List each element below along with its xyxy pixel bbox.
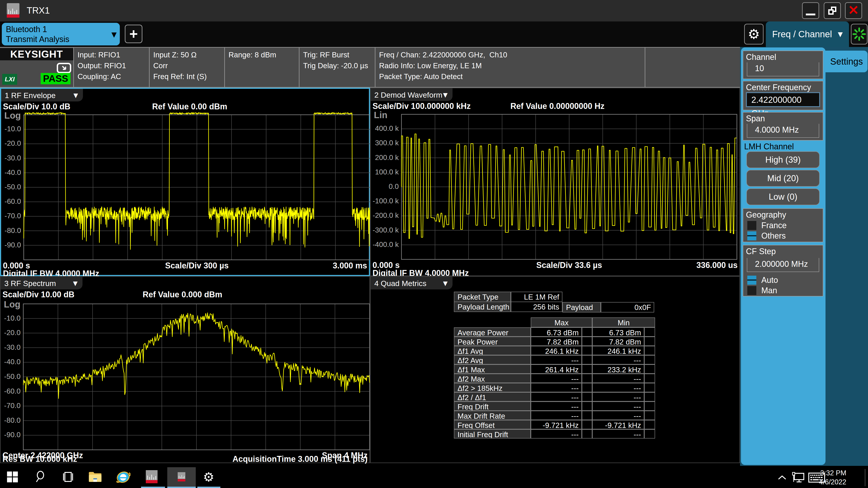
metric-min-value: --- — [592, 355, 644, 364]
y-axis-tick-label: -60.0 — [1, 197, 21, 205]
y-axis-tick-label: -40.0 — [1, 168, 21, 177]
metric-max-value: -9.721 kHz — [531, 420, 582, 429]
geography-option-france[interactable]: France — [747, 221, 786, 230]
center-frequency-value[interactable]: 2.422000000 GHz — [746, 92, 820, 107]
restore-icon — [828, 6, 836, 15]
metric-status-cell — [582, 429, 592, 438]
window-2-selector[interactable]: 2 Demod Waveform ▼ — [371, 88, 453, 101]
y-axis-tick-label: -400.0 k — [371, 240, 399, 249]
channel-field[interactable]: Channel 10 — [743, 51, 823, 79]
y-axis-tick-label: -90.0 — [1, 431, 21, 439]
mode-tab-bluetooth[interactable]: Bluetooth 1 Transmit Analysis ▼ — [2, 23, 120, 45]
window-1-title: 1 RF Envelope — [5, 91, 56, 100]
y-axis-mode-label: Log — [4, 110, 21, 121]
metric-status-cell — [582, 420, 592, 429]
menu-tab-freq-channel[interactable]: Freq / Channel ▼ — [766, 22, 849, 47]
metric-status-cell — [644, 392, 655, 401]
x-scale-label: Scale/Div 300 µs — [165, 261, 229, 270]
settings-app-button[interactable]: ⚙ — [196, 467, 221, 487]
span-value[interactable]: 4.0000 MHz — [747, 124, 819, 138]
window-1-selector[interactable]: 1 RF Envelope ▼ — [1, 89, 83, 101]
chevron-down-icon: ▼ — [73, 280, 78, 287]
chevron-up-icon — [777, 474, 787, 481]
column-header-max: Max — [531, 318, 592, 327]
restore-button[interactable] — [824, 2, 841, 19]
window-3-selector[interactable]: 3 RF Spectrum ▼ — [1, 277, 83, 289]
y-axis-tick-label: -50.0 — [1, 183, 21, 191]
file-explorer-button[interactable] — [83, 467, 107, 487]
lmh-mid-button[interactable]: Mid (20) — [746, 170, 819, 187]
metric-status-cell — [582, 392, 592, 401]
metric-status-cell — [644, 337, 655, 346]
minimize-icon — [806, 13, 815, 15]
column-header-min: Min — [592, 318, 655, 327]
show-desktop-button[interactable] — [865, 469, 865, 486]
metric-row-label: Max Drift Rate — [454, 411, 531, 420]
search-button[interactable] — [29, 467, 53, 487]
metric-min-value: 6.73 dBm — [592, 327, 644, 337]
payload-label: Payload — [562, 302, 601, 313]
chevron-down-icon: ▼ — [443, 280, 447, 287]
metric-min-value: 7.82 dBm — [592, 337, 644, 346]
analyzer-app-icon — [6, 3, 20, 18]
y-axis-tick-label: -70.0 — [1, 212, 21, 220]
freq-chan-info-segment: Freq / Chan: 2.422000000 GHz, Ch10Radio … — [375, 48, 645, 87]
option-label: Man — [761, 286, 777, 295]
metric-row-label: Peak Power — [454, 337, 531, 346]
metric-min-value: --- — [592, 374, 644, 383]
brand-strip: KEYSIGHT — [0, 48, 73, 60]
window-demod-waveform: 2 Demod Waveform ▼ Scale/Div 100.000000 … — [370, 88, 740, 276]
window-4-selector[interactable]: 4 Quad Metrics ▼ — [371, 277, 453, 289]
y-axis-tick-label: 0.0 — [371, 182, 399, 191]
span-field[interactable]: Span 4.0000 MHz — [743, 112, 823, 140]
packet-type-value: LE 1M Ref — [511, 292, 562, 302]
running-app-indicator — [141, 487, 165, 488]
signal-analyzer-screen: TRX1 ✕ Bluetooth 1 Transmit Analysis ▼ +… — [0, 0, 868, 488]
metric-min-value: --- — [592, 429, 644, 438]
settings-tab[interactable]: Settings — [826, 51, 868, 72]
metric-max-value: --- — [531, 401, 582, 411]
lmh-low-button[interactable]: Low (0) — [746, 188, 819, 205]
checkbox-icon — [747, 221, 756, 230]
task-view-button[interactable] — [56, 467, 81, 487]
metric-min-value: --- — [592, 401, 644, 411]
y-axis-tick-label: -300.0 k — [371, 226, 399, 234]
rf-spectrum-chart — [1, 277, 371, 464]
system-settings-button[interactable]: ⚙ — [744, 24, 764, 44]
y-axis-tick-label: -50.0 — [1, 372, 21, 381]
analyzer-app-taskbar-button[interactable] — [139, 467, 164, 487]
scale-div-label: Scale/Div 10.0 dB — [3, 102, 70, 111]
x-end-label: 336.000 us — [696, 260, 738, 270]
cf-step-man-option[interactable]: Man — [747, 286, 777, 295]
center-frequency-field[interactable]: Center Frequency 2.422000000 GHz — [743, 81, 823, 110]
metric-status-cell — [644, 429, 655, 438]
payload-value: 0x0F — [601, 302, 654, 313]
minimize-button[interactable] — [802, 2, 819, 19]
cf-step-value[interactable]: 2.000000 MHz — [747, 258, 819, 272]
active-analyzer-app-button[interactable] — [169, 467, 194, 487]
add-mode-button[interactable]: + — [125, 25, 143, 43]
metric-max-value: --- — [531, 429, 582, 438]
internet-explorer-icon — [116, 470, 130, 484]
cf-step-label: CF Step — [746, 247, 776, 256]
metric-row-label: Δf1 Max — [454, 364, 531, 374]
taskbar-clock[interactable]: 3:32 PM 4/6/2022 — [819, 468, 846, 487]
metric-row-label: Average Power — [454, 327, 531, 337]
lmh-high-button[interactable]: High (39) — [746, 151, 819, 168]
window-title-bar: TRX1 ✕ — [0, 0, 868, 22]
metric-status-cell — [582, 411, 592, 420]
y-axis-tick-label: -60.0 — [1, 387, 21, 395]
file-explorer-icon — [88, 471, 102, 483]
tray-chevron-button[interactable] — [777, 467, 787, 488]
metric-row-label: Initial Freq Drift — [454, 429, 531, 438]
channel-value[interactable]: 10 — [747, 62, 819, 76]
network-tray-button[interactable] — [792, 467, 805, 488]
cf-step-auto-option[interactable]: Auto — [747, 275, 778, 285]
geography-option-others[interactable]: Others — [747, 231, 786, 241]
mode-bar: Bluetooth 1 Transmit Analysis ▼ + ⚙ Freq… — [0, 22, 868, 47]
internet-explorer-button[interactable] — [111, 467, 135, 487]
metric-max-value: --- — [531, 374, 582, 383]
ref-value-label: Ref Value 0.00 dBm — [152, 102, 227, 111]
start-button[interactable] — [0, 467, 25, 487]
close-button[interactable]: ✕ — [845, 2, 862, 19]
